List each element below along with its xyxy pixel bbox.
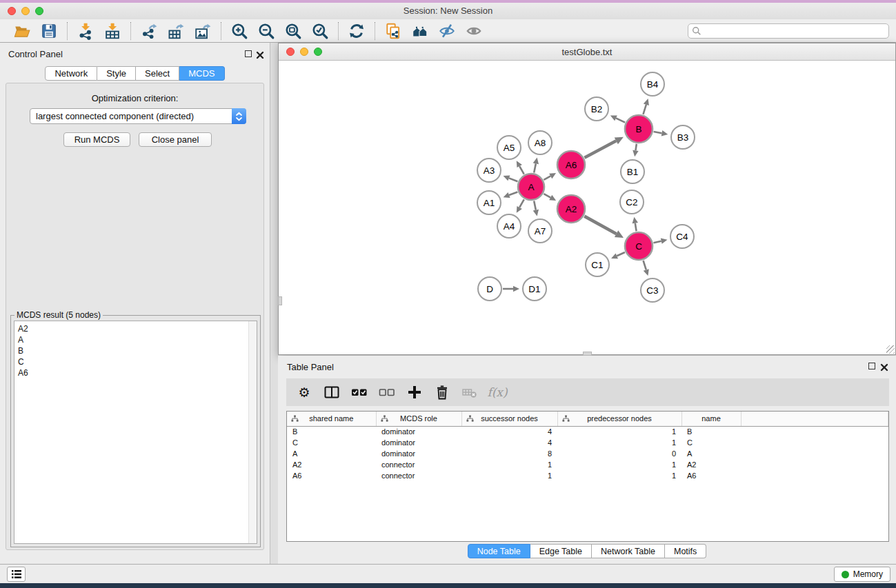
graph-node-A5[interactable]: A5 (497, 136, 521, 159)
tab-select[interactable]: Select (136, 66, 179, 81)
graph-node-C3[interactable]: C3 (641, 278, 664, 302)
graph-node-B2[interactable]: B2 (585, 97, 608, 121)
export-network-icon[interactable] (139, 21, 159, 41)
deselect-all-columns-icon[interactable] (378, 383, 396, 401)
result-list-item[interactable]: A2 (18, 323, 253, 334)
tab-style[interactable]: Style (97, 66, 136, 81)
resize-grip-icon[interactable] (886, 345, 895, 354)
memory-button[interactable]: Memory (834, 567, 890, 582)
graph-node-A4[interactable]: A4 (497, 214, 521, 238)
clone-network-icon[interactable] (383, 21, 404, 41)
graph-edge-A-A2[interactable] (544, 194, 550, 197)
table-row[interactable]: A6connector 11 A6 (287, 470, 888, 481)
optimization-criterion-dropdown[interactable]: largest connected component (directed) (30, 108, 246, 124)
graph-edge-A-A7[interactable] (534, 201, 536, 210)
close-panel-button[interactable]: Close panel (139, 132, 212, 147)
tab-mcds[interactable]: MCDS (179, 66, 224, 81)
open-session-icon[interactable] (12, 21, 32, 41)
save-session-icon[interactable] (39, 21, 59, 41)
float-panel-icon[interactable] (245, 50, 252, 57)
graph-node-C2[interactable]: C2 (620, 190, 644, 214)
task-history-button[interactable] (7, 567, 26, 582)
graph-edge-A-A1[interactable] (509, 192, 517, 195)
network-canvas[interactable]: AA1A2A3A4A5A6A7A8BB1B2B3B4CC1C2C3C4DD1 (279, 61, 895, 354)
vertical-scroll-thumb[interactable] (278, 296, 282, 305)
run-mcds-button[interactable]: Run MCDS (63, 132, 130, 147)
graph-edge-B-B1[interactable] (635, 144, 636, 151)
graph-edge-C-C2[interactable] (635, 223, 637, 232)
graph-edge-A-A6[interactable] (544, 176, 550, 179)
graph-node-B1[interactable]: B1 (621, 160, 644, 183)
close-window-button[interactable] (8, 7, 16, 15)
graph-edge-A6-B[interactable] (584, 141, 616, 157)
graph-node-C[interactable]: C (625, 232, 653, 260)
refresh-icon[interactable] (346, 21, 367, 41)
zoom-fit-icon[interactable] (283, 21, 303, 41)
graph-edge-A2-C[interactable] (584, 216, 616, 234)
tab-node-table[interactable]: Node Table (468, 544, 530, 558)
tab-network-table[interactable]: Network Table (592, 544, 665, 558)
graph-node-C1[interactable]: C1 (586, 253, 609, 276)
graph-edge-C-C1[interactable] (617, 252, 625, 256)
tab-network[interactable]: Network (45, 66, 97, 81)
result-list-item[interactable]: A (18, 334, 253, 345)
select-all-columns-icon[interactable] (350, 383, 368, 401)
graph-edge-A-A8[interactable] (534, 163, 536, 172)
maximize-window-button[interactable] (35, 7, 43, 15)
minimize-window-button[interactable] (21, 7, 30, 15)
result-list-scrollbar[interactable] (248, 321, 257, 543)
table-row[interactable]: A2connector 11 A2 (287, 459, 888, 470)
graph-edge-A-A5[interactable] (519, 166, 524, 174)
graph-edge-B-B4[interactable] (643, 105, 646, 114)
column-header-successor-nodes[interactable]: successor nodes (461, 412, 557, 426)
graph-node-A2[interactable]: A2 (557, 195, 585, 223)
zoom-in-icon[interactable] (229, 21, 250, 41)
graph-node-B3[interactable]: B3 (671, 125, 695, 149)
column-header-predecessor-nodes[interactable]: predecessor nodes (557, 412, 681, 426)
network-window-titlebar[interactable]: testGlobe.txt (279, 43, 895, 61)
search-input[interactable] (688, 23, 889, 39)
graph-edge-C-C3[interactable] (644, 261, 646, 270)
graph-node-A7[interactable]: A7 (528, 219, 552, 243)
column-header-mcds-role[interactable]: MCDS role (376, 412, 461, 426)
zoom-out-icon[interactable] (256, 21, 277, 41)
graph-node-A6[interactable]: A6 (557, 151, 585, 179)
import-network-icon[interactable] (75, 21, 96, 41)
graph-edge-B-B2[interactable] (616, 118, 625, 122)
hide-selected-icon[interactable] (437, 21, 457, 41)
tab-edge-table[interactable]: Edge Table (530, 544, 592, 558)
graph-node-D1[interactable]: D1 (523, 277, 546, 301)
graph-node-C4[interactable]: C4 (670, 225, 694, 248)
close-table-panel-icon[interactable] (880, 362, 888, 370)
home-icon[interactable] (410, 21, 430, 41)
column-header-shared-name[interactable]: shared name (287, 412, 376, 426)
network-minimize-button[interactable] (300, 48, 308, 56)
add-column-icon[interactable] (406, 383, 424, 401)
graph-edge-A-A4[interactable] (519, 199, 524, 207)
network-graph[interactable]: AA1A2A3A4A5A6A7A8BB1B2B3B4CC1C2C3C4DD1 (279, 61, 895, 355)
table-row[interactable]: Adominator 80 A (287, 448, 888, 459)
result-list-item[interactable]: A6 (18, 367, 253, 378)
table-settings-icon[interactable]: ⚙ (295, 383, 313, 401)
split-view-icon[interactable] (323, 383, 341, 401)
column-header-name[interactable]: name (681, 412, 741, 426)
network-close-button[interactable] (286, 48, 295, 56)
zoom-selected-icon[interactable] (310, 21, 330, 41)
close-panel-icon[interactable] (256, 50, 264, 58)
result-list-item[interactable]: B (18, 345, 253, 356)
delete-column-icon[interactable] (433, 383, 451, 401)
result-list-item[interactable]: C (18, 356, 253, 367)
float-table-panel-icon[interactable] (868, 363, 875, 369)
graph-edge-C-C4[interactable] (653, 241, 661, 243)
export-table-icon[interactable] (166, 21, 186, 41)
tab-motifs[interactable]: Motifs (665, 544, 706, 558)
table-row[interactable]: Bdominator 41 B (287, 426, 888, 437)
network-maximize-button[interactable] (314, 48, 322, 56)
table-row[interactable]: Cdominator 41 C (287, 437, 888, 448)
graph-node-A1[interactable]: A1 (477, 191, 501, 214)
graph-node-A8[interactable]: A8 (528, 131, 552, 154)
export-image-icon[interactable] (192, 21, 213, 41)
graph-node-A[interactable]: A (518, 174, 544, 200)
graph-node-B[interactable]: B (625, 115, 653, 143)
graph-node-B4[interactable]: B4 (641, 72, 664, 96)
